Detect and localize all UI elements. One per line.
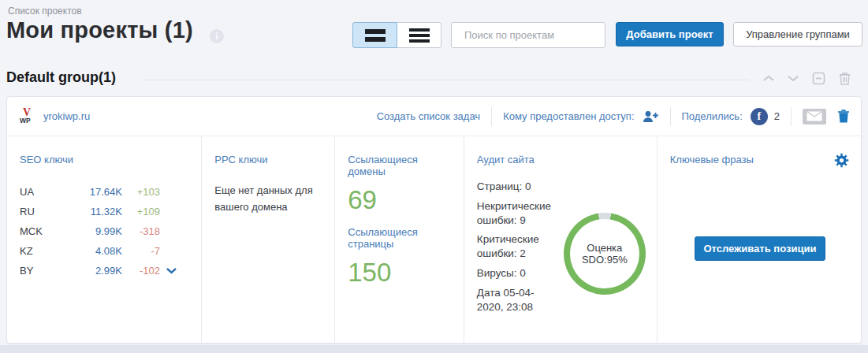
- breadcrumb[interactable]: Список проектов: [8, 6, 82, 17]
- key-phrases-header[interactable]: Ключевые фразы: [670, 154, 754, 165]
- seo-row-kz: KZ 4.08K -7: [20, 241, 190, 261]
- seo-rows: UA 17.64K +103 RU 11.32K +109 MCK 9.99K …: [20, 182, 190, 281]
- list-view-icon: [409, 27, 430, 43]
- site-audit-header[interactable]: Аудит сайта: [477, 154, 646, 165]
- mail-icon[interactable]: [803, 109, 826, 124]
- facebook-icon[interactable]: f: [751, 108, 768, 125]
- seo-row-ru: RU 11.32K +109: [20, 202, 190, 221]
- search-input[interactable]: [464, 29, 603, 41]
- share-count: 2: [774, 110, 780, 122]
- rows-view-icon: [365, 28, 386, 43]
- ppc-empty-text: Еще нет данных для вашего домена: [214, 183, 334, 216]
- project-card: V WP yrokiwp.ru Создать список задач Ком…: [6, 96, 862, 344]
- sdo-score-value: SDO:95%: [582, 254, 628, 266]
- audit-viruses: Вирусы: 0: [477, 266, 557, 281]
- ppc-keys-header[interactable]: PPC ключи: [214, 154, 323, 165]
- key-phrases-column: Ключевые фразы: [657, 136, 861, 343]
- project-domain-link[interactable]: yrokiwp.ru: [43, 110, 90, 122]
- audit-critical: Критические ошибки: 2: [477, 232, 557, 261]
- collapse-group-icon[interactable]: [812, 72, 825, 85]
- project-search: [451, 22, 605, 48]
- create-task-list-link[interactable]: Создать список задач: [377, 110, 481, 122]
- seo-row-by: BY 2.99K -102: [20, 261, 190, 281]
- sdo-score-label: Оценка: [587, 242, 622, 254]
- audit-stats: Страниц: 0 Некритические ошибки: 9 Крити…: [477, 180, 557, 320]
- delete-group-icon[interactable]: [839, 72, 851, 85]
- projects-page: Список проектов Мои проекты (1) i Добави…: [0, 0, 868, 353]
- view-toggle: [352, 22, 441, 48]
- expand-regions-icon[interactable]: [166, 267, 177, 274]
- track-positions-button[interactable]: Отслеживать позиции: [695, 236, 825, 261]
- seo-row-ua: UA 17.64K +103: [20, 182, 190, 202]
- divider: [670, 107, 671, 126]
- group-title: Default group(1): [6, 69, 116, 86]
- chevron-up-icon[interactable]: [763, 75, 774, 82]
- info-icon[interactable]: i: [210, 29, 224, 43]
- seo-keys-column: SEO ключи UA 17.64K +103 RU 11.32K +109 …: [7, 136, 201, 343]
- referring-pages-value: 150: [348, 258, 453, 288]
- referring-domains-header[interactable]: Ссылающиеся домены: [348, 154, 453, 177]
- sdo-gauge-ring: Оценка SDO:95%: [564, 213, 646, 295]
- seo-row-mck: MCK 9.99K -318: [20, 221, 190, 241]
- list-view-button[interactable]: [397, 22, 441, 48]
- referring-pages-header[interactable]: Ссылающиеся страницы: [348, 226, 453, 250]
- access-granted-link[interactable]: Кому предоставлен доступ:: [503, 110, 634, 122]
- page-title: Мои проекты (1): [6, 17, 193, 43]
- seo-keys-header[interactable]: SEO ключи: [20, 154, 190, 165]
- audit-pages: Страниц: 0: [477, 180, 557, 194]
- divider: [791, 107, 792, 126]
- group-actions: [763, 72, 851, 85]
- rows-view-button[interactable]: [352, 22, 397, 48]
- referring-column: Ссылающиеся домены 69 Ссылающиеся страни…: [334, 136, 464, 343]
- ppc-keys-column: PPC ключи Еще нет данных для вашего доме…: [201, 136, 334, 343]
- chevron-down-icon[interactable]: [788, 75, 799, 82]
- delete-project-icon[interactable]: [837, 109, 850, 124]
- divider: [491, 107, 492, 126]
- site-audit-column: Аудит сайта Страниц: 0 Некритические оши…: [464, 136, 657, 343]
- audit-date: Дата 05-04-2020, 23:08: [477, 286, 557, 314]
- gear-icon[interactable]: [833, 152, 850, 169]
- group-divider: [142, 80, 749, 80]
- page-bottom-strip: [0, 345, 868, 353]
- manage-groups-button[interactable]: Управление группами: [733, 22, 862, 46]
- project-card-body: SEO ключи UA 17.64K +103 RU 11.32K +109 …: [7, 136, 861, 343]
- shared-label: Поделились:: [682, 110, 743, 122]
- project-card-header: V WP yrokiwp.ru Создать список задач Ком…: [7, 97, 861, 136]
- add-project-button[interactable]: Добавить проект: [616, 22, 724, 46]
- referring-domains-value: 69: [348, 185, 453, 215]
- site-favicon: V WP: [20, 109, 37, 124]
- sdo-gauge: Оценка SDO:95%: [564, 213, 646, 320]
- audit-noncritical: Некритические ошибки: 9: [477, 199, 557, 228]
- add-user-icon[interactable]: [642, 110, 659, 124]
